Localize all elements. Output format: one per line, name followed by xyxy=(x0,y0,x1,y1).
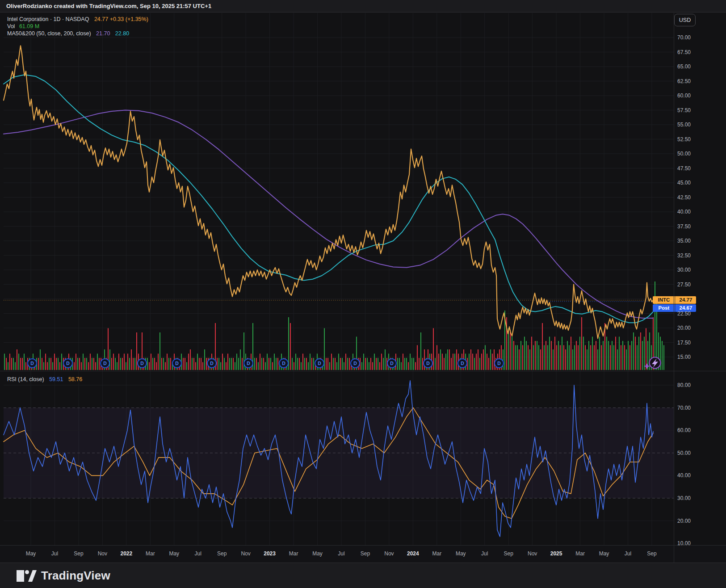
volume-bar xyxy=(379,362,380,370)
ma50-line xyxy=(4,75,653,323)
dividend-marker[interactable]: D xyxy=(424,359,432,368)
time-month-label: Nov xyxy=(98,550,107,557)
volume-bar xyxy=(554,337,555,370)
dividend-marker[interactable]: D xyxy=(172,359,181,368)
dividend-marker[interactable]: D xyxy=(207,359,216,368)
volume-bar xyxy=(152,358,153,370)
lightning-icon[interactable] xyxy=(650,357,661,369)
price-tick-label: 67.50 xyxy=(677,49,691,56)
volume-bar xyxy=(403,354,403,370)
dividend-marker[interactable]: D xyxy=(351,359,360,368)
dividend-marker[interactable]: D xyxy=(495,359,504,368)
volume-bar xyxy=(454,354,455,370)
price-tick-label: 40.00 xyxy=(677,208,691,215)
svg-text:D: D xyxy=(318,361,321,366)
volume-bar xyxy=(227,354,228,370)
volume-bar xyxy=(50,358,51,370)
volume-bar xyxy=(188,354,189,370)
footer-bar: TradingView xyxy=(0,563,726,588)
volume-bar xyxy=(84,358,85,370)
volume-bar xyxy=(17,349,17,370)
volume-bar xyxy=(4,354,5,370)
volume-bar xyxy=(436,345,437,370)
time-month-label: Mar xyxy=(575,550,585,557)
volume-bar xyxy=(606,337,607,370)
volume-bar xyxy=(515,345,516,370)
volume-bar xyxy=(599,337,600,370)
time-year-label: 2022 xyxy=(120,550,132,557)
volume-bar xyxy=(129,358,130,370)
volume-bar xyxy=(333,358,334,370)
volume-bar xyxy=(655,281,655,370)
volume-bar xyxy=(134,358,135,370)
rsi-ma-value: 58.76 xyxy=(68,376,82,382)
volume-bar xyxy=(331,354,332,370)
volume-bar xyxy=(199,358,200,370)
volume-bar xyxy=(52,362,53,370)
volume-bar xyxy=(151,354,151,370)
dividend-marker[interactable]: D xyxy=(63,359,72,368)
volume-bar xyxy=(553,349,554,370)
volume-bar xyxy=(159,332,160,370)
volume-bar xyxy=(8,362,8,370)
volume-bar xyxy=(522,345,523,370)
dividend-marker[interactable]: D xyxy=(138,359,147,368)
ma200-line xyxy=(4,110,653,318)
volume-bar xyxy=(40,349,41,370)
volume-bar xyxy=(640,332,641,370)
last-price-tag: INTC 24.77 xyxy=(653,296,696,304)
dividend-marker[interactable]: D xyxy=(315,359,324,368)
svg-text:D: D xyxy=(210,361,214,366)
volume-bar xyxy=(613,345,614,370)
svg-text:D: D xyxy=(497,361,501,366)
volume-bar xyxy=(419,358,420,370)
price-tick-label: 42.50 xyxy=(677,194,691,201)
volume-bar xyxy=(406,358,407,370)
volume-bar xyxy=(76,354,76,370)
volume-bar xyxy=(588,341,589,370)
volume-bar xyxy=(612,341,613,370)
volume-bar xyxy=(608,341,609,370)
volume-bar xyxy=(45,354,46,370)
volume-bar xyxy=(540,349,541,370)
volume-bar xyxy=(617,349,618,370)
volume-bar xyxy=(585,345,586,370)
svg-text:D: D xyxy=(66,361,70,366)
volume-bar xyxy=(120,358,121,370)
volume-bar xyxy=(590,345,591,370)
tradingview-logo[interactable]: TradingView xyxy=(16,569,110,583)
time-month-label: Jul xyxy=(51,550,58,557)
dividend-marker[interactable]: D xyxy=(101,359,109,368)
volume-bar xyxy=(401,362,402,370)
volume-bar xyxy=(621,345,621,370)
volume-bar xyxy=(549,337,550,370)
volume-bar xyxy=(410,354,411,370)
currency-toggle-button[interactable]: USD xyxy=(674,14,696,26)
dividend-marker[interactable]: D xyxy=(458,359,467,368)
volume-bar xyxy=(622,341,623,370)
rsi-tick-label: 50.00 xyxy=(677,449,691,457)
volume-bar xyxy=(233,358,234,370)
pane-separator[interactable] xyxy=(0,371,726,371)
dividend-marker[interactable]: D xyxy=(244,359,253,368)
volume-bar xyxy=(629,345,630,370)
volume-bar xyxy=(18,354,19,370)
volume-bar xyxy=(306,358,307,370)
dividend-marker[interactable]: D xyxy=(28,359,37,368)
volume-bar xyxy=(185,358,185,370)
time-month-label: Nov xyxy=(241,550,250,557)
volume-bar xyxy=(579,337,580,370)
time-axis-separator xyxy=(0,545,726,546)
volume-bar xyxy=(529,349,530,370)
dividend-marker[interactable]: D xyxy=(279,359,288,368)
volume-bar xyxy=(49,358,50,370)
volume-bar xyxy=(42,358,42,370)
price-tick-label: 30.00 xyxy=(677,266,691,273)
volume-bar xyxy=(542,323,543,370)
time-month-label: Jul xyxy=(481,550,488,557)
post-price-tag-label: Post xyxy=(653,304,675,312)
volume-bar xyxy=(256,358,257,370)
volume-bar xyxy=(11,358,12,370)
volume-bar xyxy=(385,349,386,370)
dividend-marker[interactable]: D xyxy=(387,359,396,368)
